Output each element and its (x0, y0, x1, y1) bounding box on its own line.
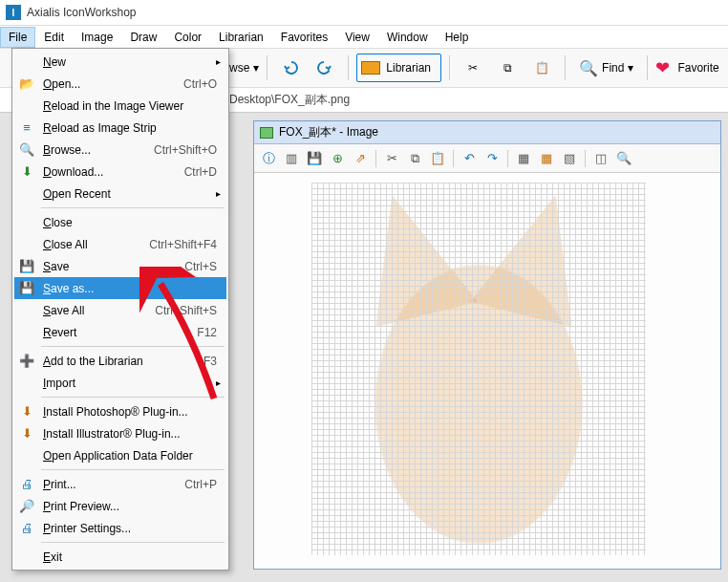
menu-shortcut: F12 (197, 326, 217, 339)
librarian-button[interactable]: Librarian (356, 54, 441, 82)
doc-tool-new-icon[interactable]: ▥ (281, 148, 302, 169)
toolbar-separator (449, 55, 450, 80)
image-canvas[interactable] (254, 173, 720, 569)
doc-cut-icon[interactable]: ✂ (381, 148, 402, 169)
menu-window[interactable]: Window (378, 27, 437, 48)
redo-button[interactable] (310, 53, 340, 83)
menu-item-label: Printer Settings... (43, 522, 131, 535)
menu-shortcut: Ctrl+D (184, 165, 217, 179)
image-file-icon (260, 127, 273, 139)
toolbar-separator (348, 55, 349, 80)
favorites-icon[interactable]: ❤ (655, 57, 670, 78)
doc-checker-icon[interactable]: ▧ (559, 148, 580, 169)
doc-tool-save-icon[interactable]: 💾 (304, 148, 325, 169)
menu-item-print_preview[interactable]: 🔎Print Preview... (14, 495, 226, 517)
favorite-label[interactable]: Favorite (677, 61, 718, 75)
menu-item-new[interactable]: New▸ (14, 51, 226, 73)
librarian-label: Librarian (386, 61, 431, 75)
app-window: I Axialis IconWorkshop File Edit Image D… (0, 0, 728, 582)
menu-item-label: Open Recent (43, 187, 111, 201)
titlebar: I Axialis IconWorkshop (0, 0, 728, 25)
save-icon: 💾 (18, 259, 35, 273)
menu-item-close[interactable]: Close (14, 211, 226, 233)
toolbar-separator (375, 150, 376, 167)
menu-item-reload_strip[interactable]: ≡Reload as Image Strip (14, 117, 226, 139)
menu-item-label: New (43, 55, 66, 69)
doc-grid-icon[interactable]: ▦ (513, 148, 534, 169)
menu-item-open_recent[interactable]: Open Recent▸ (14, 183, 226, 205)
menu-item-open[interactable]: 📂Open...Ctrl+O (14, 73, 226, 95)
menu-item-browse[interactable]: 🔍Browse...Ctrl+Shift+O (14, 139, 226, 161)
menu-item-install_ps[interactable]: ⬇Install Photoshop® Plug-in... (14, 400, 226, 422)
menu-draw[interactable]: Draw (121, 27, 165, 48)
menu-view[interactable]: View (336, 27, 378, 48)
toolbar-separator (453, 150, 454, 167)
doc-copy-icon[interactable]: ⧉ (404, 148, 425, 169)
menu-shortcut: Ctrl+Shift+F4 (149, 238, 217, 251)
menu-item-label: Open... (43, 77, 80, 91)
menu-item-add_librarian[interactable]: ➕Add to the LibrarianF3 (14, 350, 226, 372)
doc-undo-icon[interactable]: ↶ (459, 148, 480, 169)
download-icon: ⬇ (18, 164, 35, 179)
menu-favorites[interactable]: Favorites (272, 27, 336, 48)
menu-item-label: Import (43, 377, 75, 390)
browse-icon: 🔍 (18, 142, 35, 157)
doc-float-icon[interactable]: ◫ (590, 148, 611, 169)
menu-item-print[interactable]: 🖨Print...Ctrl+P (14, 473, 226, 495)
doc-redo-icon[interactable]: ↷ (482, 148, 503, 169)
dropdown-arrow-icon: ▾ (628, 61, 633, 75)
app-title: Axialis IconWorkshop (27, 6, 137, 19)
menu-item-label: Exit (43, 550, 62, 564)
menu-color[interactable]: Color (165, 27, 210, 48)
menu-item-import[interactable]: Import▸ (14, 372, 226, 394)
toolbar-separator (647, 55, 648, 80)
menu-item-label: Close (43, 216, 73, 229)
menu-file[interactable]: File (0, 27, 35, 48)
menu-shortcut: F3 (203, 355, 217, 368)
copy-button[interactable]: ⧉ (492, 53, 523, 83)
paste-button[interactable]: 📋 (526, 53, 557, 83)
doc-tool-add-icon[interactable]: ⊕ (327, 148, 348, 169)
document-titlebar[interactable]: FOX_副本* - Image (254, 121, 720, 144)
install_ai-icon: ⬇ (18, 426, 35, 441)
menu-item-close_all[interactable]: Close AllCtrl+Shift+F4 (14, 233, 226, 255)
menu-image[interactable]: Image (73, 27, 121, 48)
doc-tool-info-icon[interactable]: ⓘ (258, 148, 279, 169)
menu-item-save_all[interactable]: Save AllCtrl+Shift+S (14, 299, 226, 321)
menu-item-reload_viewer[interactable]: Reload in the Image Viewer (14, 95, 226, 117)
menu-separator (41, 207, 225, 208)
undo-button[interactable] (275, 53, 306, 83)
doc-grid2-icon[interactable]: ▦ (536, 148, 557, 169)
doc-tool-export-icon[interactable]: ⇗ (350, 148, 371, 169)
menu-item-open_appdata[interactable]: Open Application Data Folder (14, 444, 226, 466)
menu-item-label: Close All (43, 238, 88, 251)
menu-item-download[interactable]: ⬇Download...Ctrl+D (14, 161, 226, 183)
dropdown-arrow-icon[interactable]: ▾ (253, 61, 259, 75)
menu-separator (41, 346, 225, 347)
menu-item-save[interactable]: 💾SaveCtrl+S (14, 255, 226, 277)
install_ps-icon: ⬇ (18, 404, 35, 419)
menu-item-label: Open Application Data Folder (43, 449, 193, 463)
menu-item-label: Save as... (43, 282, 94, 295)
menu-item-install_ai[interactable]: ⬇Install Illustrator® Plug-in... (14, 422, 226, 444)
menu-librarian[interactable]: Librarian (210, 27, 272, 48)
doc-paste-icon[interactable]: 📋 (427, 148, 448, 169)
menu-item-label: Install Photoshop® Plug-in... (43, 405, 188, 419)
menu-item-revert[interactable]: RevertF12 (14, 321, 226, 343)
save_as-icon: 💾 (18, 281, 35, 295)
reload_strip-icon: ≡ (18, 120, 35, 135)
menu-item-label: Print... (43, 478, 76, 491)
browse-button-fragment[interactable]: wse (229, 61, 249, 75)
menu-item-printer_settings[interactable]: 🖨Printer Settings... (14, 517, 226, 539)
cut-button[interactable]: ✂ (458, 53, 488, 83)
find-button[interactable]: 🔍 Find ▾ (573, 59, 639, 77)
menu-item-exit[interactable]: Exit (14, 546, 226, 568)
menu-item-save_as[interactable]: 💾Save as... (14, 277, 226, 299)
print-icon: 🖨 (18, 477, 35, 491)
menu-item-label: Reload as Image Strip (43, 121, 157, 135)
doc-zoom-icon[interactable]: 🔍 (613, 148, 634, 169)
menu-edit[interactable]: Edit (35, 27, 73, 48)
app-logo-icon: I (6, 5, 21, 20)
menu-help[interactable]: Help (437, 27, 478, 48)
menu-shortcut: Ctrl+P (184, 478, 217, 491)
